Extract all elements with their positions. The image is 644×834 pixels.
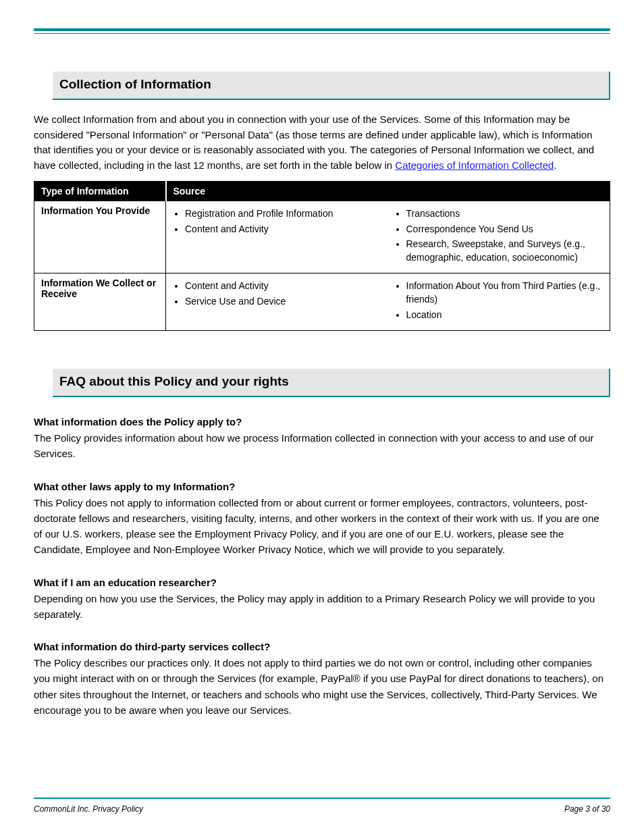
faq-answer: This Policy does not apply to informatio… <box>34 495 610 558</box>
faq-block: What information does the Policy apply t… <box>34 416 610 718</box>
categories-link[interactable]: Categories of Information Collected <box>395 159 554 171</box>
section-heading-collection: Collection of Information <box>53 72 610 100</box>
list-item: Research, Sweepstake, and Surveys (e.g.,… <box>406 238 603 264</box>
footer-left: CommonLit Inc. Privacy Policy <box>34 804 143 814</box>
faq-question: What information does the Policy apply t… <box>34 416 610 427</box>
table-cell-sources: Content and Activity Service Use and Dev… <box>166 273 610 331</box>
table-row: Information We Collect or Receive Conten… <box>34 273 610 331</box>
list-item: Transactions <box>406 207 603 221</box>
faq-answer: Depending on how you use the Services, t… <box>34 591 610 623</box>
list-item: Content and Activity <box>185 223 382 236</box>
list-item: Location <box>406 309 603 322</box>
faq-question: What if I am an education researcher? <box>34 577 610 588</box>
table-header-type: Type of Information <box>34 182 166 201</box>
list-item: Correspondence You Send Us <box>406 223 603 236</box>
table-row: Information You Provide Registration and… <box>34 201 610 273</box>
footer-right: Page 3 of 30 <box>564 804 610 814</box>
table-header-source: Source <box>166 182 610 201</box>
page-top-rule <box>34 28 610 34</box>
faq-answer: The Policy describes our practices only.… <box>34 655 610 718</box>
page-footer: CommonLit Inc. Privacy Policy Page 3 of … <box>34 798 610 814</box>
faq-answer: The Policy provides information about ho… <box>34 430 610 462</box>
intro-paragraph: We collect Information from and about yo… <box>34 112 610 173</box>
faq-question: What information do third-party services… <box>34 641 610 652</box>
list-item: Service Use and Device <box>185 295 382 309</box>
section-heading-faq: FAQ about this Policy and your rights <box>53 369 610 397</box>
page-content: Collection of Information We collect Inf… <box>0 72 644 718</box>
list-item: Information About You from Third Parties… <box>406 280 603 306</box>
table-cell-category: Information You Provide <box>34 201 166 273</box>
list-item: Content and Activity <box>185 280 382 293</box>
info-table: Type of Information Source Information Y… <box>34 181 610 331</box>
faq-question: What other laws apply to my Information? <box>34 481 610 492</box>
table-cell-category: Information We Collect or Receive <box>34 273 166 331</box>
list-item: Registration and Profile Information <box>185 207 382 221</box>
table-cell-sources: Registration and Profile Information Con… <box>166 201 610 273</box>
